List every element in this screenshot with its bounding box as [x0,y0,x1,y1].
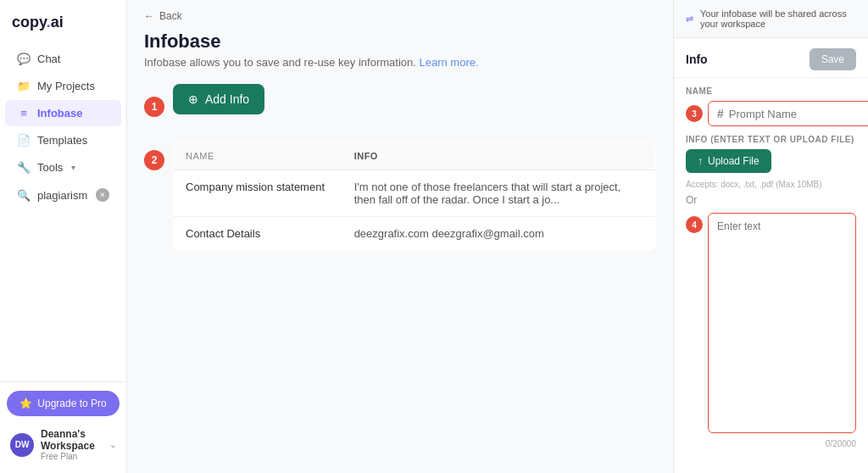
left-panel: ← Back Infobase Infobase allows you to s… [127,0,673,473]
content-area: ← Back Infobase Infobase allows you to s… [127,0,868,473]
sidebar-item-plagiarism[interactable]: 🔍 plagiarism ✕ [5,181,121,209]
avatar-initials: DW [15,440,30,449]
step-1-label: 1 [152,101,158,113]
char-count: 0/20000 [708,439,856,448]
folder-icon: 📁 [17,80,31,92]
row-info-1: deezgrafix.com deezgrafix@gmail.com [342,217,656,251]
page-title: Infobase [144,31,656,53]
upgrade-icon: ⭐ [19,398,32,409]
info-panel-header: Info Save [674,38,868,78]
subtitle-text: Infobase allows you to save and re-use k… [144,56,416,69]
right-panel: ⇌ Your infobase will be shared across yo… [673,0,868,473]
workspace-plan: Free Plan [41,452,103,461]
workspace-notice: ⇌ Your infobase will be shared across yo… [674,0,868,38]
plagiarism-icon: 🔍 [17,189,31,202]
chat-icon: 💬 [17,53,31,65]
step-badge-3: 3 [686,105,703,122]
avatar: DW [10,433,34,457]
add-info-button[interactable]: ⊕ Add Info [173,84,264,114]
sidebar-item-myprojects[interactable]: 📁 My Projects [5,73,121,99]
name-input[interactable] [729,108,868,120]
sidebar-item-label: Chat [37,53,60,65]
name-field-label: NAME [686,86,856,96]
upgrade-label: Upgrade to Pro [37,398,106,409]
sidebar-item-tools[interactable]: 🔧 Tools ▾ [5,154,121,181]
info-textarea[interactable] [708,213,856,433]
text-area-container: 0/20000 [708,213,856,448]
name-label-text: NAME [686,86,712,96]
step-badge-1: 1 [144,97,164,117]
tools-caret-icon: ▾ [71,163,75,172]
col-info-label: INFO [354,151,378,161]
templates-icon: 📄 [17,134,31,147]
text-area-wrapper: 4 0/20000 [686,213,856,448]
upload-btn-label: Upload File [708,155,760,167]
row-info-0: I'm not one of those freelancers that wi… [342,170,656,217]
sidebar-item-label: My Projects [37,80,95,92]
name-input-wrapper: 3 # [686,101,856,126]
table-row: Contact Details deezgrafix.com deezgrafi… [174,217,656,251]
workspace-info: Deanna's Workspace Free Plan [41,428,103,461]
tools-icon: 🔧 [17,161,31,174]
add-info-row: 1 ⊕ Add Info [144,84,656,130]
info-panel-title: Info [686,53,708,66]
sidebar: copy.ai 💬 Chat 📁 My Projects ≡ Infobase … [0,0,127,473]
plagiarism-badge: ✕ [96,188,109,202]
sidebar-item-label: Templates [37,134,87,147]
share-icon: ⇌ [686,14,693,25]
sidebar-footer: ⭐ Upgrade to Pro DW Deanna's Workspace F… [0,381,126,473]
workspace-row[interactable]: DW Deanna's Workspace Free Plan ⌄ [7,425,120,465]
step-3-label: 3 [692,109,697,119]
table-wrapper: 2 NAME INFO [144,142,656,251]
upload-icon: ↑ [698,155,703,167]
back-arrow-icon: ← [144,10,154,22]
main: ← Back Infobase Infobase allows you to s… [127,0,868,473]
form-section: NAME 3 # INFO (Enter text or upload file… [674,78,868,457]
sidebar-item-chat[interactable]: 💬 Chat [5,46,121,72]
sidebar-item-templates[interactable]: 📄 Templates [5,127,121,153]
col-info-header: INFO [342,142,656,170]
logo: copy.ai [0,0,126,42]
sidebar-item-infobase[interactable]: ≡ Infobase [5,100,121,126]
page-subtitle: Infobase allows you to save and re-use k… [144,56,656,69]
workspace-name: Deanna's Workspace [41,428,103,452]
back-label: Back [159,10,182,22]
sidebar-nav: 💬 Chat 📁 My Projects ≡ Infobase 📄 Templa… [0,42,126,381]
or-divider: Or [686,194,856,206]
sidebar-item-label: plagiarism [37,189,87,202]
name-input-container: # [708,101,868,126]
info-field-label: INFO (Enter text or upload file) [686,135,856,144]
step-2-label: 2 [152,154,158,166]
learn-more-link[interactable]: Learn more. [419,56,478,69]
save-button[interactable]: Save [810,48,856,70]
col-name-label: NAME [186,151,214,161]
row-name-1: Contact Details [174,217,342,251]
hash-symbol: # [717,107,724,120]
step-badge-2: 2 [144,150,164,170]
sidebar-item-label: Tools [37,161,63,174]
row-name-0: Company mission statement [174,170,342,217]
info-table: NAME INFO Company mission statement I'm … [173,142,656,251]
col-name-header: NAME [174,142,342,170]
sidebar-item-label: Infobase [37,107,82,120]
info-upload-label-text: INFO (Enter text or upload file) [686,135,854,144]
infobase-icon: ≡ [17,107,31,120]
add-info-label: Add Info [205,92,249,106]
plus-icon: ⊕ [188,92,198,106]
upload-file-button[interactable]: ↑ Upload File [686,149,771,173]
back-button[interactable]: ← Back [144,0,656,31]
step-4-label: 4 [692,220,697,230]
table-row: Company mission statement I'm not one of… [174,170,656,217]
workspace-caret-icon: ⌄ [109,440,116,449]
step-badge-4: 4 [686,216,703,233]
logo-dot: . [47,14,51,31]
file-hint: Accepts: docx, .txt, .pdf (Max 10MB) [686,180,856,189]
upgrade-button[interactable]: ⭐ Upgrade to Pro [7,391,120,416]
workspace-notice-text: Your infobase will be shared across your… [700,8,856,29]
